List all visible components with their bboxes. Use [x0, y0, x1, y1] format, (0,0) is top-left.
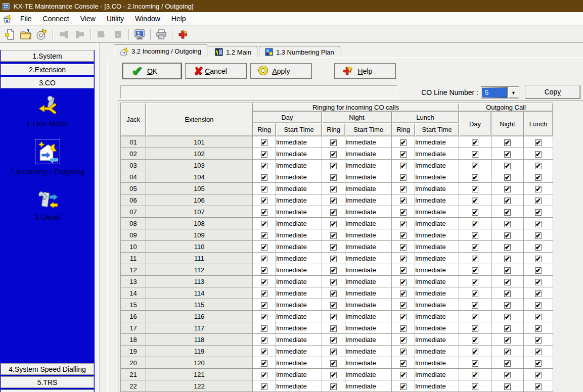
start-time-cell-day[interactable]: Immediate [276, 194, 322, 206]
sidebar-item-detail[interactable]: 3.Detail [0, 188, 95, 221]
start-time-cell-night[interactable]: Immediate [345, 380, 392, 392]
ring-checkbox-day[interactable] [261, 198, 267, 204]
ring-checkbox-night[interactable] [330, 279, 337, 285]
outgoing-checkbox-lunch[interactable] [535, 163, 542, 169]
outgoing-checkbox-day[interactable] [472, 325, 478, 332]
outgoing-checkbox-day[interactable] [472, 337, 478, 344]
ring-checkbox-lunch[interactable] [400, 290, 407, 297]
ring-checkbox-day[interactable] [261, 174, 267, 181]
tab-incoming-outgoing[interactable]: 3.2 Incoming / Outgoing [114, 44, 207, 58]
start-time-cell-night[interactable]: Immediate [345, 357, 392, 369]
start-time-cell-lunch[interactable]: Immediate [415, 299, 459, 311]
outgoing-checkbox-night[interactable] [504, 372, 511, 378]
outgoing-checkbox-lunch[interactable] [535, 221, 542, 227]
outgoing-checkbox-day[interactable] [472, 360, 478, 367]
start-time-cell-night[interactable]: Immediate [345, 183, 392, 194]
ring-checkbox-day[interactable] [261, 209, 267, 216]
outgoing-checkbox-day[interactable] [472, 151, 478, 158]
start-time-cell-lunch[interactable]: Immediate [415, 136, 459, 148]
start-time-cell-lunch[interactable]: Immediate [415, 369, 459, 380]
start-time-cell-night[interactable]: Immediate [345, 311, 392, 322]
chevron-down-icon[interactable]: ▼ [509, 87, 518, 98]
outgoing-checkbox-day[interactable] [472, 383, 478, 390]
start-time-cell-lunch[interactable]: Immediate [415, 264, 459, 276]
ring-checkbox-lunch[interactable] [400, 337, 407, 344]
menu-file[interactable]: File [15, 13, 37, 25]
ring-checkbox-day[interactable] [261, 256, 267, 262]
start-time-cell-lunch[interactable]: Immediate [415, 160, 459, 171]
start-time-cell-day[interactable]: Immediate [276, 253, 322, 264]
outgoing-checkbox-night[interactable] [504, 209, 511, 216]
menu-window[interactable]: Window [129, 13, 166, 25]
start-time-cell-day[interactable]: Immediate [276, 218, 322, 229]
ring-checkbox-lunch[interactable] [400, 279, 407, 285]
start-time-cell-night[interactable]: Immediate [345, 206, 392, 218]
help-icon[interactable]: ? [176, 28, 190, 41]
outgoing-checkbox-night[interactable] [504, 151, 511, 158]
outgoing-checkbox-lunch[interactable] [535, 198, 542, 204]
ring-checkbox-day[interactable] [261, 244, 267, 251]
ring-checkbox-night[interactable] [330, 244, 337, 251]
outgoing-checkbox-lunch[interactable] [535, 139, 542, 146]
start-time-cell-lunch[interactable]: Immediate [415, 276, 459, 287]
ring-checkbox-day[interactable] [261, 314, 267, 320]
menu-utility[interactable]: Utility [101, 13, 129, 25]
system-monitor-icon[interactable] [132, 28, 147, 41]
ring-checkbox-night[interactable] [330, 163, 337, 169]
start-time-cell-day[interactable]: Immediate [276, 264, 322, 276]
outgoing-checkbox-lunch[interactable] [535, 279, 542, 285]
outgoing-checkbox-day[interactable] [472, 209, 478, 216]
co-line-number-select[interactable]: 5 ▼ [481, 86, 519, 99]
outgoing-checkbox-night[interactable] [504, 186, 511, 192]
start-time-cell-night[interactable]: Immediate [345, 369, 392, 380]
start-time-cell-night[interactable]: Immediate [345, 276, 392, 287]
start-time-cell-lunch[interactable]: Immediate [415, 183, 459, 194]
ring-checkbox-night[interactable] [330, 337, 337, 344]
start-time-cell-night[interactable]: Immediate [345, 334, 392, 346]
ring-checkbox-lunch[interactable] [400, 174, 407, 181]
ring-checkbox-day[interactable] [261, 325, 267, 332]
outgoing-checkbox-night[interactable] [504, 256, 511, 262]
ring-checkbox-lunch[interactable] [400, 267, 407, 274]
outgoing-checkbox-night[interactable] [504, 337, 511, 344]
ring-checkbox-lunch[interactable] [400, 383, 407, 390]
outgoing-checkbox-day[interactable] [472, 290, 478, 297]
ring-checkbox-lunch[interactable] [400, 232, 407, 239]
start-time-cell-day[interactable]: Immediate [276, 334, 322, 346]
start-time-cell-lunch[interactable]: Immediate [415, 229, 459, 241]
start-time-cell-day[interactable]: Immediate [276, 322, 322, 334]
ring-checkbox-lunch[interactable] [400, 302, 407, 309]
splitter[interactable] [95, 43, 100, 392]
outgoing-checkbox-night[interactable] [504, 314, 511, 320]
ring-checkbox-night[interactable] [330, 349, 337, 355]
start-time-cell-lunch[interactable]: Immediate [415, 148, 459, 160]
ring-checkbox-lunch[interactable] [400, 314, 407, 320]
ring-checkbox-night[interactable] [330, 360, 337, 367]
ring-checkbox-day[interactable] [261, 221, 267, 227]
start-time-cell-day[interactable]: Immediate [276, 241, 322, 253]
outgoing-checkbox-night[interactable] [504, 163, 511, 169]
cancel-button[interactable]: ✘ Cancel [185, 63, 247, 79]
start-time-cell-day[interactable]: Immediate [276, 183, 322, 194]
ring-checkbox-lunch[interactable] [400, 221, 407, 227]
ring-checkbox-lunch[interactable] [400, 186, 407, 192]
ring-checkbox-day[interactable] [261, 372, 267, 378]
menu-view[interactable]: View [75, 13, 101, 25]
sidebar-section-partial[interactable] [1, 389, 94, 392]
start-time-cell-lunch[interactable]: Immediate [415, 171, 459, 183]
start-time-cell-night[interactable]: Immediate [345, 194, 392, 206]
printer-icon[interactable] [154, 28, 168, 41]
ring-checkbox-day[interactable] [261, 151, 267, 158]
ring-checkbox-lunch[interactable] [400, 209, 407, 216]
copy-button[interactable]: Copy [525, 85, 580, 99]
outgoing-checkbox-night[interactable] [504, 198, 511, 204]
outgoing-checkbox-night[interactable] [504, 360, 511, 367]
outgoing-checkbox-day[interactable] [472, 139, 478, 146]
start-time-cell-lunch[interactable]: Immediate [415, 346, 459, 357]
start-time-cell-day[interactable]: Immediate [276, 311, 322, 322]
sidebar-section-co[interactable]: 3.CO [1, 77, 94, 88]
start-time-cell-day[interactable]: Immediate [276, 229, 322, 241]
outgoing-checkbox-day[interactable] [472, 186, 478, 192]
ring-checkbox-night[interactable] [330, 151, 337, 158]
ring-checkbox-night[interactable] [330, 372, 337, 378]
